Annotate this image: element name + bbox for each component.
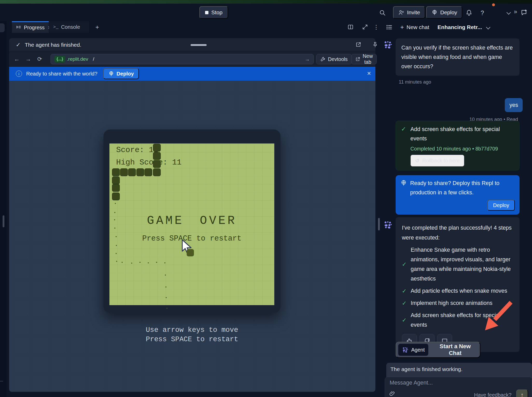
left-rail xyxy=(0,21,7,397)
particle xyxy=(116,261,117,262)
invite-person-plus-icon xyxy=(398,9,404,16)
new-comment-icon[interactable] xyxy=(521,9,528,16)
particle xyxy=(114,219,115,220)
popout-icon[interactable] xyxy=(355,42,362,48)
workspace-pane: Progress ✕ >_ Console + ⋮ ✓ The agent ha… xyxy=(7,21,377,397)
avatar-chevron-down-icon[interactable] xyxy=(507,10,511,15)
score-text: Score: 11 xyxy=(116,146,158,154)
nav-forward-icon[interactable]: → xyxy=(23,56,34,63)
chat-title-chevron-down-icon[interactable] xyxy=(486,25,491,29)
devtools-label: Devtools xyxy=(328,56,348,62)
devtools-button[interactable]: Devtools xyxy=(316,54,352,64)
banner-deploy-button[interactable]: Deploy xyxy=(103,68,139,79)
agent-message: Can you verify if the screen shake effec… xyxy=(396,38,520,76)
food-block xyxy=(187,249,194,256)
external-link-icon xyxy=(355,57,360,62)
invite-button[interactable]: Invite xyxy=(393,6,425,19)
left-rail-drag-handle[interactable] xyxy=(3,215,4,227)
snake-segment xyxy=(112,168,120,176)
agent-chip-label: Agent xyxy=(411,347,425,353)
game-device-frame: Score: 11 High Score: 11 GAME OVER Press… xyxy=(103,129,281,313)
chat-title[interactable]: Enhancing Retr... xyxy=(438,24,482,30)
stop-button[interactable]: Stop xyxy=(199,6,228,19)
attach-paperclip-icon[interactable] xyxy=(389,391,395,397)
particle xyxy=(164,262,165,263)
agent-finished-text: The agent is finished working. xyxy=(390,366,463,372)
stop-label: Stop xyxy=(211,9,222,16)
message-composer[interactable]: Have feedback? ↑ xyxy=(385,377,532,397)
nav-back-icon[interactable]: ← xyxy=(11,56,23,63)
particle xyxy=(165,286,166,288)
refresh-icon[interactable]: ⟳ xyxy=(34,56,45,63)
particle xyxy=(148,262,149,263)
help-icon[interactable]: ? xyxy=(481,10,484,17)
feedback-link[interactable]: Have feedback? xyxy=(474,392,512,397)
agent-status-text: The agent has finished. xyxy=(25,42,81,48)
new-tab-plus-icon[interactable]: + xyxy=(93,23,102,32)
particle xyxy=(114,228,115,229)
snake-segment xyxy=(153,168,161,176)
send-button[interactable]: ↑ xyxy=(516,389,528,397)
deploy-button[interactable]: Deploy xyxy=(426,6,462,19)
pane-divider-handle[interactable] xyxy=(378,218,380,230)
particle xyxy=(166,297,167,298)
tab-progress[interactable]: Progress ✕ xyxy=(12,21,49,33)
expand-pane-icon[interactable] xyxy=(362,24,369,31)
checklist-item: ✓Add particle effects when snake moves xyxy=(402,286,513,296)
pane-menu-kebab-icon[interactable]: ⋮ xyxy=(373,24,380,31)
url-bar[interactable]: {...} .replit.dev / → xyxy=(51,54,314,64)
url-go-arrow-icon[interactable]: → xyxy=(305,56,310,62)
avatar-status-badge xyxy=(492,3,495,7)
split-view-icon[interactable] xyxy=(347,24,354,31)
pin-icon[interactable] xyxy=(372,42,379,48)
chat-message-list: Can you verify if the screen shake effec… xyxy=(381,33,532,397)
info-icon: i xyxy=(16,71,22,77)
left-rail-divider xyxy=(0,381,3,381)
snake-segment xyxy=(112,184,120,192)
preview-viewport: Score: 11 High Score: 11 GAME OVER Press… xyxy=(9,81,375,392)
notifications-bell-icon[interactable] xyxy=(466,9,472,16)
start-new-chat-button[interactable]: Agent Start a New Chat xyxy=(396,342,480,358)
snake-segment xyxy=(153,152,161,160)
promo-text: Ready to share? Deploy this Repl to prod… xyxy=(410,179,509,197)
message-input[interactable] xyxy=(390,380,524,386)
start-new-chat-label: Start a New Chat xyxy=(432,343,478,357)
particle xyxy=(114,212,115,213)
particle xyxy=(165,275,166,276)
deploy-globe-icon xyxy=(108,71,114,77)
tab-console[interactable]: >_ Console xyxy=(49,21,89,33)
new-chat-button[interactable]: + New chat xyxy=(400,24,429,31)
promo-deploy-button[interactable]: Deploy xyxy=(487,200,515,211)
deploy-banner: i Ready to share with the world? Deploy … xyxy=(9,67,375,81)
chat-header: + New chat Enhancing Retr... xyxy=(381,21,532,33)
game-screen[interactable]: Score: 11 High Score: 11 GAME OVER Press… xyxy=(109,143,274,305)
particle xyxy=(166,308,167,309)
search-icon[interactable] xyxy=(379,9,386,16)
topbar: Stop Invite Deploy ? » xyxy=(0,4,532,21)
drag-handle[interactable] xyxy=(191,44,207,46)
snake-segment xyxy=(128,168,136,176)
snake-segment xyxy=(153,144,161,152)
check-icon: ✓ xyxy=(402,288,411,295)
task-title: Add screen shake effects for special eve… xyxy=(410,125,512,143)
collapse-panel-icon[interactable]: » xyxy=(514,8,517,15)
particle xyxy=(115,203,116,204)
chat-history-list-icon[interactable] xyxy=(386,24,393,31)
rollback-button[interactable]: ↺ Rollback to here xyxy=(410,155,464,167)
particle xyxy=(116,253,117,254)
banner-close-icon[interactable]: ✕ xyxy=(367,70,371,77)
particle xyxy=(116,245,117,246)
check-icon: ✓ xyxy=(402,300,411,307)
url-id-badge: {...} xyxy=(54,56,65,63)
url-path: / xyxy=(93,56,94,62)
console-tab-label: Console xyxy=(61,24,80,30)
banner-text: Ready to share with the world? xyxy=(26,71,97,77)
open-new-tab-button[interactable]: New tab xyxy=(351,54,377,64)
checklist-item-text: Implement high score animations xyxy=(411,298,493,308)
instructions-line-2: Press SPACE to restart xyxy=(103,336,281,343)
browser-toolbar: ← → ⟳ {...} .replit.dev / → Devtools New… xyxy=(9,52,375,66)
snake-segment xyxy=(144,168,152,176)
task-meta: Completed 10 minutes ago • 8b77d709 xyxy=(410,146,498,152)
url-host: .replit.dev xyxy=(67,56,88,62)
left-rail-stub xyxy=(0,23,5,32)
